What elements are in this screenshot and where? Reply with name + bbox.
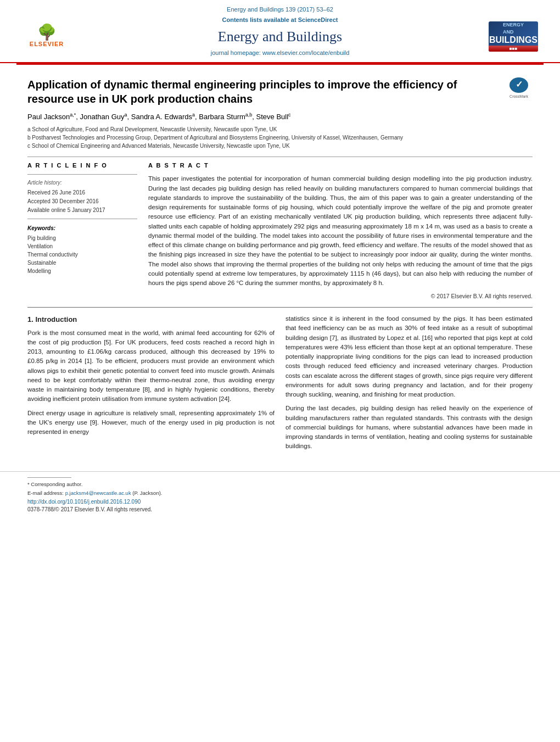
author-sup-d: a,b	[245, 112, 253, 118]
elsevier-brand-text: ELSEVIER	[30, 40, 64, 48]
section-divider-top	[27, 157, 533, 157]
article-info-col: A R T I C L E I N F O Article history: R…	[27, 161, 137, 300]
eb-logo: ENERGYAND BUILDINGS ■■■	[489, 21, 538, 52]
intro-para-2: Direct energy usage in agriculture is re…	[27, 409, 275, 437]
sciencedirect-label: ScienceDirect	[298, 16, 338, 23]
article-title: Application of dynamic thermal engineeri…	[27, 77, 497, 106]
footer-section: * Corresponding author. E-mail address: …	[0, 471, 560, 518]
copyright-line: © 2017 Elsevier B.V. All rights reserved…	[148, 292, 533, 300]
elsevier-tree-icon: 🌳	[37, 25, 57, 40]
keyword-3: Thermal conductivity	[27, 251, 137, 259]
history-label: Article history:	[27, 179, 137, 187]
crossmark-circle: ✓	[509, 77, 528, 93]
received-row: Received 26 June 2016	[27, 189, 137, 197]
affiliation-c: c School of Chemical Engineering and Adv…	[27, 142, 533, 150]
journal-ref: Energy and Buildings 139 (2017) 53–62	[16, 5, 544, 14]
article-info-divider	[27, 174, 137, 175]
page: Energy and Buildings 139 (2017) 53–62 🌳 …	[0, 0, 560, 742]
affiliation-b: b Postharvest Technologies and Processin…	[27, 133, 533, 142]
article-title-section: Application of dynamic thermal engineeri…	[27, 77, 533, 106]
affiliations: a School of Agriculture, Food and Rural …	[27, 125, 533, 150]
intro-col2-para-2: During the last decades, pig building de…	[285, 404, 533, 451]
crossmark-logo: ✓ CrossMark	[505, 77, 533, 99]
info-abstract-cols: A R T I C L E I N F O Article history: R…	[27, 161, 533, 300]
keyword-5: Modelling	[27, 267, 137, 275]
elsevier-logo: 🌳 ELSEVIER	[16, 20, 77, 53]
abstract-col: A B S T R A C T This paper investigates …	[148, 161, 533, 300]
eb-logo-header: ENERGYAND	[503, 21, 524, 35]
abstract-text: This paper investigates the potential fo…	[148, 174, 533, 288]
accepted-row: Accepted 30 December 2016	[27, 198, 137, 205]
body-col-right: statistics since it is inherent in the f…	[285, 314, 533, 456]
author-sup-e: c	[288, 112, 291, 118]
available-row: Available online 5 January 2017	[27, 207, 137, 214]
homepage-prefix: journal homepage:	[211, 49, 262, 56]
intro-col2-para-1: statistics since it is inherent in the f…	[285, 314, 533, 399]
homepage-url: www.elsevier.com/locate/enbuild	[262, 49, 349, 56]
header-top-row: 🌳 ELSEVIER Contents lists available at S…	[16, 16, 544, 62]
email-suffix: (P. Jackson).	[132, 490, 162, 496]
body-col-left: 1. Introduction Pork is the most consume…	[27, 314, 275, 456]
authors-line: Paul Jacksona,*, Jonathan Guya, Sandra A…	[27, 111, 533, 122]
body-columns: 1. Introduction Pork is the most consume…	[27, 314, 533, 456]
email-address: p.jacksm4@newcastle.ac.uk	[65, 490, 131, 496]
email-footnote: E-mail address: p.jacksm4@newcastle.ac.u…	[27, 489, 533, 496]
journal-title: Energy and Buildings	[88, 27, 472, 47]
journal-logo-right: ENERGYAND BUILDINGS ■■■	[483, 20, 544, 53]
keywords-section: Keywords: Pig building Ventilation Therm…	[27, 225, 137, 275]
author-sup-b: a	[125, 112, 127, 118]
doi-link[interactable]: http://dx.doi.org/10.1016/j.enbuild.2016…	[27, 498, 533, 506]
article-info-header: A R T I C L E I N F O	[27, 161, 137, 170]
crossmark-text: CrossMark	[509, 94, 528, 99]
header-center: Contents lists available at ScienceDirec…	[77, 16, 483, 57]
journal-header: Energy and Buildings 139 (2017) 53–62 🌳 …	[0, 0, 560, 63]
keywords-header: Keywords:	[27, 225, 137, 232]
corresponding-author-note: * Corresponding author.	[27, 481, 533, 488]
sciencedirect-line: Contents lists available at ScienceDirec…	[88, 16, 472, 24]
eb-logo-buildings: BUILDINGS	[489, 36, 537, 44]
author-sup-c: a	[192, 112, 195, 118]
affiliation-a: a School of Agriculture, Food and Rural …	[27, 125, 533, 133]
abstract-header: A B S T R A C T	[148, 161, 533, 170]
keywords-divider	[27, 219, 137, 219]
sciencedirect-prefix: Contents lists available at	[222, 16, 298, 23]
journal-homepage: journal homepage: www.elsevier.com/locat…	[88, 49, 472, 57]
email-label: E-mail address:	[27, 490, 64, 496]
keyword-4: Sustainable	[27, 259, 137, 267]
main-divider	[27, 307, 533, 308]
keyword-1: Pig building	[27, 235, 137, 242]
issn-line: 0378-7788/© 2017 Elsevier B.V. All right…	[27, 506, 533, 514]
keyword-2: Ventilation	[27, 243, 137, 250]
intro-para-1: Pork is the most consumed meat in the wo…	[27, 328, 275, 404]
intro-title: 1. Introduction	[27, 314, 275, 325]
eb-logo-image: ■■■	[489, 46, 538, 52]
article-content: Application of dynamic thermal engineeri…	[0, 65, 560, 467]
author-sup-a: a,*	[70, 112, 76, 118]
footnote-divider	[27, 477, 71, 478]
